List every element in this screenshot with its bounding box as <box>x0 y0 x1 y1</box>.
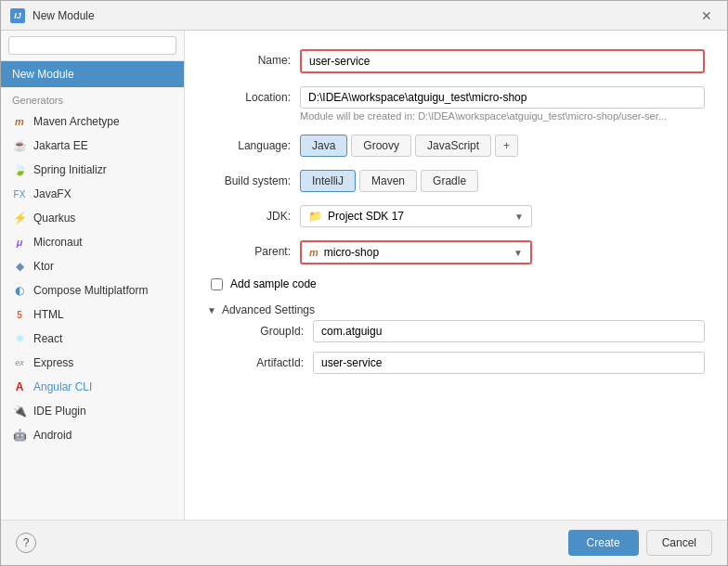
sidebar-item-label: Express <box>33 356 73 369</box>
title-bar: IJ New Module ✕ <box>1 1 727 31</box>
android-icon: 🤖 <box>12 428 27 443</box>
dialog-content: New Module Generators m Maven Archetype … <box>1 31 727 520</box>
language-java-button[interactable]: Java <box>300 135 347 157</box>
sample-code-checkbox[interactable] <box>211 278 223 290</box>
parent-value-display: m micro-shop <box>309 246 379 259</box>
location-field-container: Module will be created in: D:\IDEA\works… <box>300 86 705 122</box>
location-label: Location: <box>207 86 291 104</box>
parent-maven-icon: m <box>309 247 318 258</box>
sidebar-item-label: Spring Initializr <box>33 163 107 176</box>
help-button[interactable]: ? <box>16 533 36 553</box>
html-icon: 5 <box>12 307 27 322</box>
artifact-id-field-container <box>313 352 705 374</box>
parent-selected-value: micro-shop <box>324 246 379 259</box>
main-form: Name: Location: Module will be created i… <box>185 31 727 520</box>
sample-code-row: Add sample code <box>207 277 705 290</box>
language-groovy-button[interactable]: Groovy <box>351 135 411 157</box>
artifact-id-row: ArtifactId: <box>220 352 705 374</box>
sidebar-item-jakarta-ee[interactable]: ☕ Jakarta EE <box>1 134 184 158</box>
jdk-folder-icon: 📁 <box>308 210 322 223</box>
group-id-input[interactable] <box>313 320 705 342</box>
build-system-toggle-group: IntelliJ Maven Gradle <box>300 170 478 192</box>
sidebar-item-spring-initializr[interactable]: 🍃 Spring Initializr <box>1 158 184 182</box>
sidebar-item-quarkus[interactable]: ⚡ Quarkus <box>1 206 184 230</box>
sidebar-item-new-module[interactable]: New Module <box>1 61 184 87</box>
location-row: Location: Module will be created in: D:\… <box>207 86 705 122</box>
close-button[interactable]: ✕ <box>696 6 718 25</box>
group-id-row: GroupId: <box>220 320 705 342</box>
sidebar-item-micronaut[interactable]: μ Micronaut <box>1 230 184 254</box>
bottom-bar: ? Create Cancel <box>1 520 727 565</box>
sidebar-item-javafx[interactable]: FX JavaFX <box>1 182 184 206</box>
parent-dropdown[interactable]: m micro-shop ▼ <box>300 240 532 264</box>
language-add-button[interactable]: + <box>495 135 518 157</box>
language-row: Language: Java Groovy JavaScript + <box>207 135 705 157</box>
sidebar-item-express[interactable]: ex Express <box>1 351 184 375</box>
build-gradle-button[interactable]: Gradle <box>421 170 478 192</box>
advanced-settings-toggle[interactable]: ▼ Advanced Settings <box>207 303 705 316</box>
parent-label: Parent: <box>207 240 291 258</box>
artifact-id-label: ArtifactId: <box>220 352 304 369</box>
ide-plugin-icon: 🔌 <box>12 404 27 418</box>
compose-icon: ◐ <box>12 283 27 298</box>
angular-icon: A <box>12 379 27 394</box>
advanced-settings-label: Advanced Settings <box>222 303 315 316</box>
group-id-field-container <box>313 320 705 342</box>
jdk-row: JDK: 📁 Project SDK 17 ▼ <box>207 205 705 227</box>
search-input[interactable] <box>8 36 176 55</box>
sidebar-item-label: Quarkus <box>33 212 75 225</box>
new-module-dialog: IJ New Module ✕ New Module Generators m … <box>0 0 728 566</box>
cancel-button[interactable]: Cancel <box>646 530 712 556</box>
express-icon: ex <box>12 355 27 370</box>
sidebar-item-compose-multiplatform[interactable]: ◐ Compose Multiplatform <box>1 278 184 302</box>
name-input[interactable] <box>300 49 705 73</box>
language-javascript-button[interactable]: JavaScript <box>415 135 491 157</box>
sidebar-item-label: IDE Plugin <box>33 405 86 418</box>
sidebar-item-label: Micronaut <box>33 236 83 249</box>
quarkus-icon: ⚡ <box>12 211 27 225</box>
artifact-id-input[interactable] <box>313 352 705 374</box>
sidebar-item-react[interactable]: ⚛ React <box>1 327 184 351</box>
title-bar-left: IJ New Module <box>10 8 95 23</box>
parent-dropdown-arrow: ▼ <box>514 248 523 258</box>
sidebar-item-label: JavaFX <box>33 187 72 200</box>
build-intellij-button[interactable]: IntelliJ <box>300 170 356 192</box>
build-system-row: Build system: IntelliJ Maven Gradle <box>207 170 705 192</box>
sidebar-item-label: Jakarta EE <box>33 139 88 152</box>
sidebar: New Module Generators m Maven Archetype … <box>1 31 185 520</box>
language-label: Language: <box>207 135 291 152</box>
sidebar-item-android[interactable]: 🤖 Android <box>1 423 184 447</box>
location-input[interactable] <box>300 86 705 109</box>
build-maven-button[interactable]: Maven <box>359 170 417 192</box>
name-row: Name: <box>207 49 705 73</box>
sidebar-item-label: Ktor <box>33 260 54 273</box>
jakarta-ee-icon: ☕ <box>12 138 27 153</box>
language-toggle-group: Java Groovy JavaScript + <box>300 135 518 157</box>
ktor-icon: ◆ <box>12 259 27 274</box>
name-field-container <box>300 49 705 73</box>
jdk-value-display: 📁 Project SDK 17 <box>308 210 404 223</box>
create-button[interactable]: Create <box>568 530 639 556</box>
advanced-settings-content: GroupId: ArtifactId: <box>207 320 705 374</box>
location-hint: Module will be created in: D:\IDEA\works… <box>300 110 705 122</box>
toggle-triangle-icon: ▼ <box>207 305 216 315</box>
react-icon: ⚛ <box>12 331 27 346</box>
search-bar <box>1 31 184 61</box>
sidebar-item-label: HTML <box>33 308 64 321</box>
app-icon: IJ <box>10 8 25 23</box>
jdk-label: JDK: <box>207 205 291 223</box>
sidebar-item-label: Maven Archetype <box>33 115 120 128</box>
build-system-label: Build system: <box>207 170 291 187</box>
sidebar-item-html[interactable]: 5 HTML <box>1 302 184 327</box>
jdk-dropdown[interactable]: 📁 Project SDK 17 ▼ <box>300 205 532 227</box>
sidebar-item-ktor[interactable]: ◆ Ktor <box>1 254 184 278</box>
sidebar-item-ide-plugin[interactable]: 🔌 IDE Plugin <box>1 399 184 423</box>
sidebar-item-angular-cli[interactable]: A Angular CLI <box>1 375 184 399</box>
sidebar-item-maven-archetype[interactable]: m Maven Archetype <box>1 109 184 134</box>
jdk-dropdown-arrow: ▼ <box>514 212 524 222</box>
jdk-selected-value: Project SDK 17 <box>328 210 404 223</box>
group-id-label: GroupId: <box>220 320 304 338</box>
parent-row: Parent: m micro-shop ▼ <box>207 240 705 264</box>
generators-section-label: Generators <box>1 87 184 109</box>
advanced-settings-section: ▼ Advanced Settings GroupId: ArtifactId: <box>207 303 705 374</box>
